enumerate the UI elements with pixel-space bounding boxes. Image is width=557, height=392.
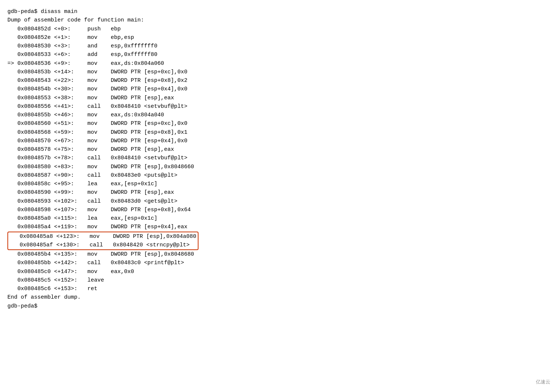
asm-line: 0x08048598 <+107>: mov DWORD PTR [esp+0x… (7, 206, 550, 214)
asm-line: 0x080485a8 <+123>: mov DWORD PTR [esp],0… (10, 232, 196, 241)
asm-line: 0x08048530 <+3>: and esp,0xfffffff0 (7, 42, 550, 50)
asm-line: 0x080485af <+130>: call 0x8048420 <strnc… (10, 241, 196, 249)
asm-line: gdb-peda$ disass main (7, 7, 550, 16)
asm-line: 0x08048533 <+6>: add esp,0xffffff80 (7, 50, 550, 59)
asm-line: => 0x08048536 <+9>: mov eax,ds:0x804a060 (7, 59, 550, 68)
asm-line: 0x08048560 <+51>: mov DWORD PTR [esp+0xc… (7, 119, 550, 128)
asm-line: 0x0804857b <+78>: call 0x8048410 <setvbu… (7, 154, 550, 162)
asm-line: 0x080485c6 <+153>: ret (7, 285, 550, 293)
asm-line: 0x0804852e <+1>: mov ebp,esp (7, 33, 550, 42)
asm-line: 0x08048578 <+75>: mov DWORD PTR [esp],ea… (7, 145, 550, 154)
asm-line: 0x080485a0 <+115>: lea eax,[esp+0x1c] (7, 214, 550, 223)
asm-line: 0x08048587 <+90>: call 0x80483e0 <puts@p… (7, 171, 550, 180)
asm-line: 0x0804854b <+30>: mov DWORD PTR [esp+0x4… (7, 85, 550, 93)
asm-line: End of assembler dump. (7, 293, 550, 302)
asm-line: 0x080485c0 <+147>: mov eax,0x0 (7, 268, 550, 276)
asm-line: 0x08048556 <+41>: call 0x8048410 <setvbu… (7, 102, 550, 111)
asm-line: 0x08048553 <+38>: mov DWORD PTR [esp],ea… (7, 94, 550, 102)
asm-line: 0x08048568 <+59>: mov DWORD PTR [esp+0x8… (7, 128, 550, 137)
asm-line: 0x08048570 <+67>: mov DWORD PTR [esp+0x4… (7, 137, 550, 145)
terminal-output: gdb-peda$ disass mainDump of assembler c… (7, 4, 550, 314)
asm-line: 0x0804852d <+0>: push ebp (7, 25, 550, 33)
asm-line: 0x0804858c <+95>: lea eax,[esp+0x1c] (7, 180, 550, 188)
asm-line: 0x08048580 <+83>: mov DWORD PTR [esp],0x… (7, 163, 550, 171)
asm-line: 0x08048590 <+99>: mov DWORD PTR [esp],ea… (7, 188, 550, 197)
asm-line: 0x0804853b <+14>: mov DWORD PTR [esp+0xc… (7, 68, 550, 76)
highlight-block: 0x080485a8 <+123>: mov DWORD PTR [esp],0… (7, 232, 199, 250)
asm-line: 0x0804855b <+46>: mov eax,ds:0x804a040 (7, 111, 550, 119)
asm-line: 0x080485c5 <+152>: leave (7, 276, 550, 285)
asm-line: 0x08048543 <+22>: mov DWORD PTR [esp+0x8… (7, 76, 550, 85)
asm-line: Dump of assembler code for function main… (7, 16, 550, 24)
asm-line: 0x080485a4 <+119>: mov DWORD PTR [esp+0x… (7, 223, 550, 231)
asm-line: 0x08048593 <+102>: call 0x80483d0 <gets@… (7, 197, 550, 206)
asm-line: 0x080485b4 <+135>: mov DWORD PTR [esp],0… (7, 250, 550, 259)
asm-line: 0x080485bb <+142>: call 0x80483c0 <print… (7, 259, 550, 267)
watermark: 亿速云 (536, 379, 550, 385)
asm-line: gdb-peda$ (7, 302, 550, 310)
